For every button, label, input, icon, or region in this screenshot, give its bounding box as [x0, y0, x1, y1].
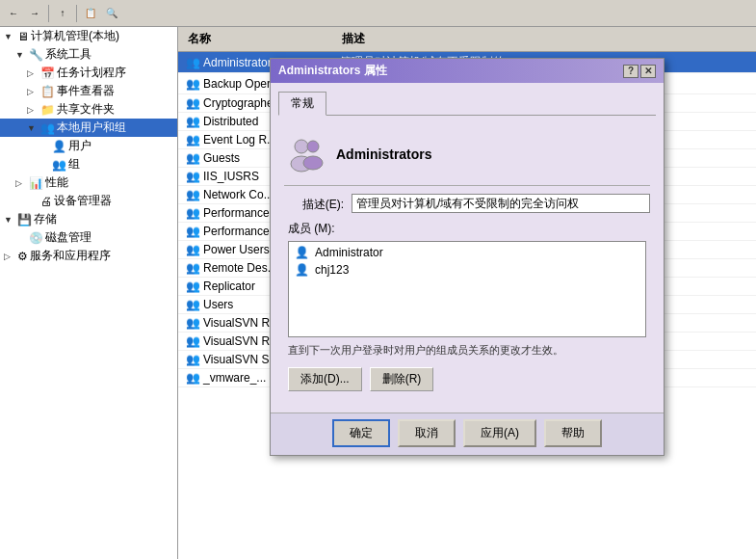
tab-general[interactable]: 常规 [278, 92, 326, 116]
hint-text: 直到下一次用户登录时对用户的组成员关系的更改才生效。 [284, 343, 650, 363]
member-item[interactable]: 👤 Administrator [291, 244, 643, 261]
description-row: 描述(E): [284, 194, 650, 213]
dialog-close-button[interactable]: ✕ [640, 65, 656, 78]
help-button[interactable]: 帮助 [544, 419, 602, 447]
members-list: 👤 Administrator 👤 chj123 [288, 241, 646, 337]
admin-name-label: Administrators [336, 146, 432, 162]
dialog-body: 常规 Administrators [271, 83, 664, 413]
dialog-controls: ? ✕ [623, 65, 656, 78]
dialog-titlebar: Administrators 属性 ? ✕ [271, 59, 664, 83]
admin-big-icon [288, 135, 326, 173]
admin-header: Administrators [284, 129, 650, 186]
admin-group-icon-svg [288, 135, 326, 173]
member-name: Administrator [315, 246, 383, 259]
svg-point-1 [307, 141, 319, 152]
add-remove-row: 添加(D)... 删除(R) [284, 363, 650, 399]
member-name: chj123 [315, 263, 349, 277]
svg-point-3 [303, 156, 323, 170]
dialog-overlay: Administrators 属性 ? ✕ 常规 [0, 0, 756, 559]
ok-button[interactable]: 确定 [332, 419, 390, 447]
member-icon: 👤 [295, 263, 309, 277]
dialog-content: Administrators 描述(E): 成员 (M): 👤 Administ… [278, 123, 656, 405]
members-label: 成员 (M): [288, 221, 650, 237]
dialog-footer: 确定 取消 应用(A) 帮助 [271, 413, 664, 455]
description-input[interactable] [352, 194, 650, 213]
description-label: 描述(E): [284, 194, 352, 213]
tab-strip: 常规 [278, 91, 656, 116]
dialog-title: Administrators 属性 [278, 63, 387, 79]
add-button[interactable]: 添加(D)... [288, 367, 362, 391]
administrators-properties-dialog: Administrators 属性 ? ✕ 常规 [270, 58, 665, 456]
svg-point-0 [295, 140, 308, 153]
apply-button[interactable]: 应用(A) [463, 419, 536, 447]
member-icon: 👤 [295, 246, 309, 259]
remove-button[interactable]: 删除(R) [370, 367, 434, 391]
member-item[interactable]: 👤 chj123 [291, 261, 643, 279]
dialog-help-button[interactable]: ? [623, 65, 639, 78]
cancel-button[interactable]: 取消 [398, 419, 456, 447]
